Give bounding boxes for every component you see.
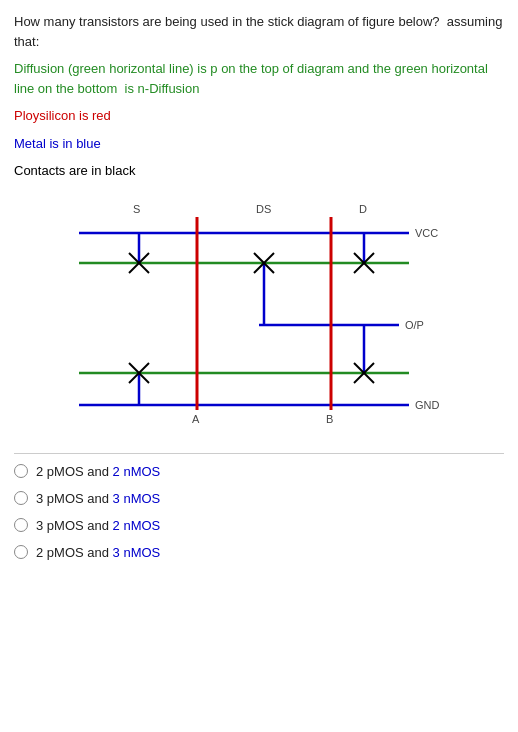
contacts-text: Contacts are in black [14, 161, 504, 181]
option-4-row[interactable]: 2 pMOS and 3 nMOS [14, 545, 504, 560]
svg-text:A: A [192, 413, 200, 425]
option-3-radio[interactable] [14, 518, 28, 532]
option-4-label: 2 pMOS and 3 nMOS [36, 545, 160, 560]
option-1-radio[interactable] [14, 464, 28, 478]
option-1-label: 2 pMOS and 2 nMOS [36, 464, 160, 479]
option-2-label: 3 pMOS and 3 nMOS [36, 491, 160, 506]
option-3-label: 3 pMOS and 2 nMOS [36, 518, 160, 533]
polysilicon-text: Ploysilicon is red [14, 106, 504, 126]
svg-text:O/P: O/P [405, 319, 424, 331]
option-2-row[interactable]: 3 pMOS and 3 nMOS [14, 491, 504, 506]
option-1-row[interactable]: 2 pMOS and 2 nMOS [14, 464, 504, 479]
option-2-radio[interactable] [14, 491, 28, 505]
options-container: 2 pMOS and 2 nMOS 3 pMOS and 3 nMOS 3 pM… [14, 464, 504, 560]
divider [14, 453, 504, 454]
metal-text: Metal is in blue [14, 134, 504, 154]
question-text: How many transistors are being used in t… [14, 12, 504, 51]
svg-text:DS: DS [256, 203, 271, 215]
stick-diagram: S DS D VCC O/P GND A B [49, 195, 469, 435]
svg-text:S: S [133, 203, 140, 215]
svg-text:VCC: VCC [415, 227, 438, 239]
svg-text:D: D [359, 203, 367, 215]
svg-text:B: B [326, 413, 333, 425]
option-4-radio[interactable] [14, 545, 28, 559]
diffusion-text: Diffusion (green horizontal line) is p o… [14, 59, 504, 98]
option-3-row[interactable]: 3 pMOS and 2 nMOS [14, 518, 504, 533]
svg-text:GND: GND [415, 399, 440, 411]
